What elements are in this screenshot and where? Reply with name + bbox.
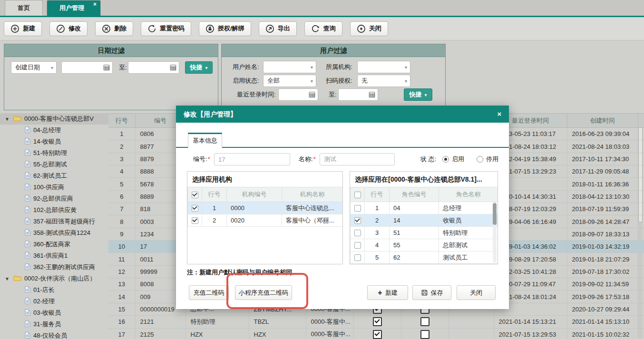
tree-item[interactable]: 01-店长 <box>0 284 108 296</box>
new-button[interactable]: 新建 <box>4 21 42 36</box>
select-all-checkbox[interactable] <box>354 192 361 198</box>
modal-save-button[interactable]: 保存 <box>412 285 451 300</box>
row-checkbox[interactable] <box>192 205 198 212</box>
delete-button[interactable]: 删除 <box>95 21 133 36</box>
tree-expand-caret-icon[interactable]: ▼ <box>5 116 10 122</box>
tree-item[interactable]: 92-总部供应商 <box>0 193 108 204</box>
date-quick-button[interactable]: 快捷▾ <box>185 61 213 74</box>
tree-item[interactable]: 03-收银员 <box>0 307 108 319</box>
row-checkbox[interactable] <box>354 217 361 224</box>
tab-basic-info[interactable]: 基本信息 <box>188 133 222 148</box>
org-row[interactable]: 20020客服中心（邓丽... <box>188 214 343 227</box>
role-row[interactable]: 455总部测试 <box>351 239 498 252</box>
reset-password-icon <box>147 24 156 33</box>
tree-expand-caret-icon[interactable]: ▼ <box>5 276 10 281</box>
new-button-label: 新建 <box>23 24 35 33</box>
column-header[interactable]: 行号 <box>365 187 390 202</box>
tree-item[interactable]: 14-收银员 <box>0 136 108 147</box>
tree-item[interactable]: 361-供应商1 <box>0 250 108 262</box>
calendar-icon[interactable] <box>103 64 110 71</box>
tree-item[interactable]: 02-经理 <box>0 296 108 307</box>
row-checkbox[interactable] <box>354 254 361 261</box>
status-select[interactable]: 全部▾ <box>263 75 316 87</box>
tree-item[interactable]: 362-王鹏的测试供应商 <box>0 262 108 273</box>
tab-user-management[interactable]: 用户管理 × <box>47 0 101 16</box>
org-row[interactable]: 10000客服中心连锁总... <box>188 202 343 214</box>
role-scrollbar-track[interactable] <box>493 202 497 263</box>
login-start-input[interactable] <box>278 88 318 101</box>
calendar-icon[interactable] <box>369 91 375 98</box>
column-header-created[interactable]: 创建时间 <box>567 114 638 128</box>
calendar-icon[interactable] <box>309 91 315 98</box>
tree-group[interactable]: ▼0002-伙伴演示（南山店） <box>0 273 108 284</box>
role-row[interactable]: 104总经理 <box>351 202 498 214</box>
select-all-checkbox[interactable] <box>192 192 198 198</box>
date-end-input[interactable] <box>128 61 179 74</box>
column-header[interactable]: 角色编号 <box>390 187 439 202</box>
table-row[interactable]: 162121特别助理TBZL0000-客服中...2021-01-14 15:1… <box>108 316 644 328</box>
tab-home[interactable]: 首页 <box>5 0 43 16</box>
column-header[interactable]: 机构编号 <box>227 187 282 202</box>
select-all-header[interactable] <box>188 187 202 202</box>
radio-enabled[interactable] <box>442 156 449 163</box>
role-row[interactable]: 562测试员工 <box>351 252 498 264</box>
name-input[interactable] <box>320 153 395 165</box>
authorize-unbind-button[interactable]: 授权/解绑 <box>199 21 251 36</box>
row-checkbox[interactable] <box>373 330 382 339</box>
tree-item[interactable]: 62-测试员工 <box>0 170 108 182</box>
modal-close-button[interactable]: 关闭 <box>457 285 496 300</box>
row-checkbox[interactable] <box>420 317 429 326</box>
column-header-n[interactable]: 行号 <box>108 114 135 128</box>
row-checkbox[interactable] <box>354 205 361 212</box>
edit-button-label: 修改 <box>68 24 81 33</box>
select-all-header[interactable] <box>351 187 365 202</box>
role-row[interactable]: 351特别助理 <box>351 227 498 239</box>
close-button-label: 关闭 <box>369 24 381 33</box>
calendar-icon[interactable] <box>170 64 176 71</box>
org-select[interactable]: ▾ <box>357 61 410 73</box>
column-header[interactable]: 机构名称 <box>282 187 343 202</box>
user-name-select[interactable]: ▾ <box>263 61 316 73</box>
column-header[interactable] <box>638 114 644 128</box>
tree-item[interactable]: 55-总部测试 <box>0 159 108 170</box>
tab-close-icon[interactable]: × <box>93 1 97 8</box>
tree-item[interactable]: 358-测试供应商1224 <box>0 227 108 239</box>
export-button[interactable]: 导出 <box>259 21 297 36</box>
row-checkbox[interactable] <box>373 317 382 326</box>
scan-auth-select[interactable]: 无▾ <box>357 75 410 87</box>
row-checkbox[interactable] <box>354 242 361 249</box>
row-checkbox[interactable] <box>420 330 429 339</box>
login-end-input[interactable] <box>338 88 378 101</box>
miniprogram-recharge-qr-button[interactable]: 小程序充值二维码 <box>235 285 292 300</box>
role-scrollbar-thumb[interactable] <box>493 203 497 225</box>
edit-button[interactable]: 修改 <box>49 21 88 36</box>
row-checkbox[interactable] <box>354 230 361 236</box>
column-header[interactable]: 角色名称 <box>439 187 498 202</box>
modal-new-button[interactable]: +新建 <box>367 285 408 300</box>
recharge-qr-button[interactable]: 充值二维码 <box>189 285 229 300</box>
date-field-select[interactable]: 创建日期▾ <box>11 61 57 74</box>
tree-item[interactable]: 357-福田强哥超级商行 <box>0 216 108 227</box>
role-row[interactable]: 214收银员 <box>351 214 498 227</box>
query-button[interactable]: 查询 <box>304 21 342 36</box>
radio-disabled[interactable] <box>477 156 483 163</box>
tree-item[interactable]: 48-仅轻会员 <box>0 330 108 339</box>
table-row[interactable]: 172125HZXHZX0000-客服中...2021-07-15 13:29:… <box>108 328 644 339</box>
date-start-input[interactable] <box>61 61 113 74</box>
tree-group[interactable]: ▼0000-客服中心连锁总部V <box>0 113 108 125</box>
close-button[interactable]: 关闭 <box>350 21 388 36</box>
modal-close-icon[interactable]: × <box>490 106 509 123</box>
tree-item[interactable]: 51-特别助理 <box>0 147 108 159</box>
tree-item[interactable]: 04-总经理 <box>0 125 108 136</box>
login-quick-button[interactable]: 快捷▾ <box>404 88 432 101</box>
role-row[interactable] <box>351 264 498 265</box>
tree-item[interactable]: 31-服务员 <box>0 319 108 330</box>
tree-item[interactable]: 360-配送商家 <box>0 239 108 250</box>
miniprogram-recharge-qr-label: 小程序充值二维码 <box>239 289 288 297</box>
column-header[interactable]: 行号 <box>202 187 227 202</box>
row-checkbox[interactable] <box>192 217 198 224</box>
tree-item[interactable]: 102-总部供应黄 <box>0 204 108 216</box>
code-input[interactable] <box>214 153 290 165</box>
reset-password-button[interactable]: 重置密码 <box>141 21 191 36</box>
tree-item[interactable]: 100-供应商 <box>0 182 108 193</box>
